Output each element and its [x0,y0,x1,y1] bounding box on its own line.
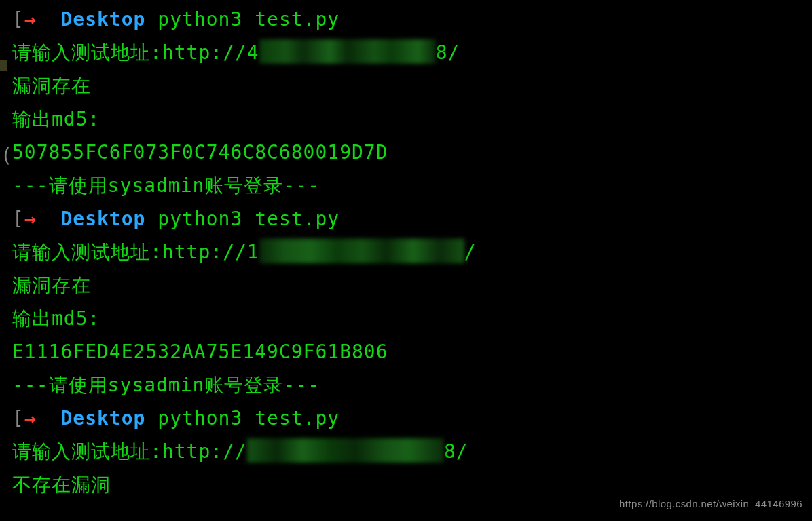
prompt-line: [→ Desktop python3 test.py [12,202,812,235]
redacted-ip-icon [247,438,444,463]
md5-value: E1116FED4E2532AA75E149C9F61B806 [12,335,812,368]
command-text: python3 test.py [158,208,339,230]
prompt-cwd: Desktop [60,208,145,230]
input-prompt-label: 请输入测试地址: [12,440,162,463]
prompt-bracket-icon: [ [12,208,24,230]
url-prefix: http:// [162,440,247,463]
md5-label: 输出md5: [12,302,812,335]
arrow-icon: → [24,208,37,230]
prompt-cwd: Desktop [60,8,145,31]
url-prefix: http://1 [162,241,259,263]
terminal-left-gutter: ( [0,0,10,521]
login-hint: ---请使用sysadmin账号登录--- [12,368,812,402]
prompt-line: [→ Desktop python3 test.py [12,3,812,36]
gutter-paren-icon: ( [1,139,12,172]
arrow-icon: → [24,8,37,31]
prompt-bracket-icon: [ [12,407,24,429]
arrow-icon: → [24,407,37,429]
input-prompt-label: 请输入测试地址: [12,41,162,64]
terminal-output[interactable]: [→ Desktop python3 test.py 请输入测试地址:http:… [12,3,812,501]
prompt-line: [→ Desktop python3 test.py [12,402,812,435]
prompt-bracket-icon: [ [12,8,24,31]
url-prefix: http://4 [162,41,259,64]
redacted-ip-icon [259,39,436,64]
input-address-line: 请输入测试地址:http://8/ [12,435,812,468]
url-suffix: 8/ [444,440,468,463]
command-text: python3 test.py [158,407,339,429]
vuln-status: 漏洞存在 [12,269,812,302]
redacted-ip-icon [259,239,464,263]
input-address-line: 请输入测试地址:http://1/ [12,235,812,269]
url-suffix: 8/ [436,41,460,64]
login-hint: ---请使用sysadmin账号登录--- [12,169,812,202]
vuln-status: 漏洞存在 [12,69,812,102]
input-prompt-label: 请输入测试地址: [12,241,162,263]
url-suffix: / [464,241,477,263]
watermark-text: https://blog.csdn.net/weixin_44146996 [619,495,802,513]
command-text: python3 test.py [158,8,339,31]
md5-label: 输出md5: [12,102,812,136]
md5-value: 507855FC6F073F0C746C8C680019D7D [12,136,812,169]
input-address-line: 请输入测试地址:http://48/ [12,36,812,69]
gutter-marker [0,60,7,71]
prompt-cwd: Desktop [60,407,145,429]
